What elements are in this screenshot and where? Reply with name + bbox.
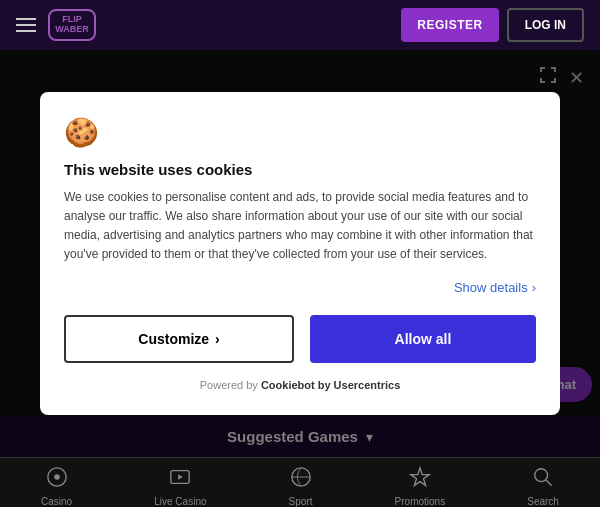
- hamburger-menu[interactable]: [16, 18, 36, 32]
- customize-button[interactable]: Customize ›: [64, 315, 294, 363]
- nav-label-sport: Sport: [289, 496, 313, 507]
- nav-item-live-casino[interactable]: Live Casino: [154, 466, 206, 507]
- cookie-overlay: 🍪 This website uses cookies We use cooki…: [0, 50, 600, 457]
- customize-arrow-icon: ›: [215, 331, 220, 347]
- allow-all-button[interactable]: Allow all: [310, 315, 536, 363]
- main-area: ✕ 🍪 This website uses cookies We use coo…: [0, 50, 600, 457]
- logo: FLIP WABER: [48, 9, 96, 41]
- login-button[interactable]: LOG IN: [507, 8, 584, 42]
- powered-by-prefix: Powered by: [200, 379, 258, 391]
- cookie-title: This website uses cookies: [64, 161, 536, 178]
- nav-label-search: Search: [527, 496, 559, 507]
- show-details-link[interactable]: Show details: [454, 280, 528, 295]
- header-right: REGISTER LOG IN: [401, 8, 584, 42]
- logo-text: FLIP WABER: [55, 15, 89, 35]
- powered-by: Powered by Cookiebot by Usercentrics: [64, 379, 536, 391]
- bottom-nav: Casino Live Casino Sport Promotions Sear…: [0, 457, 600, 507]
- nav-item-search[interactable]: Search: [527, 466, 559, 507]
- cookie-modal: 🍪 This website uses cookies We use cooki…: [40, 92, 560, 416]
- sport-icon: [290, 466, 312, 493]
- nav-item-sport[interactable]: Sport: [289, 466, 313, 507]
- cookie-logo: 🍪: [64, 116, 536, 149]
- header: FLIP WABER REGISTER LOG IN: [0, 0, 600, 50]
- header-left: FLIP WABER: [16, 9, 96, 41]
- cookie-hat-icon: 🍪: [64, 117, 99, 148]
- cookie-buttons: Customize › Allow all: [64, 315, 536, 363]
- casino-icon: [46, 466, 68, 493]
- live-casino-icon: [169, 466, 191, 493]
- customize-label: Customize: [138, 331, 209, 347]
- nav-label-promotions: Promotions: [395, 496, 446, 507]
- search-icon: [532, 466, 554, 493]
- nav-item-promotions[interactable]: Promotions: [395, 466, 446, 507]
- nav-label-casino: Casino: [41, 496, 72, 507]
- svg-point-4: [535, 468, 548, 481]
- nav-label-live-casino: Live Casino: [154, 496, 206, 507]
- show-details-row: Show details ›: [64, 280, 536, 295]
- svg-point-1: [54, 474, 60, 480]
- cookie-body-text: We use cookies to personalise content an…: [64, 188, 536, 265]
- promotions-icon: [409, 466, 431, 493]
- nav-item-casino[interactable]: Casino: [41, 466, 72, 507]
- chevron-right-icon: ›: [532, 280, 536, 295]
- register-button[interactable]: REGISTER: [401, 8, 498, 42]
- powered-by-brand: Cookiebot by Usercentrics: [261, 379, 400, 391]
